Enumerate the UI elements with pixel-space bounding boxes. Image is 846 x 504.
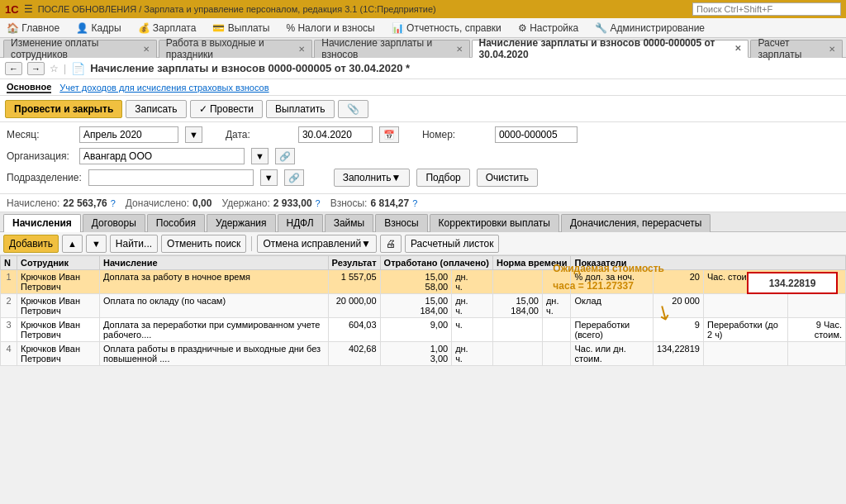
post-button[interactable]: ✓ Провести	[190, 100, 263, 118]
subnav-tab-main[interactable]: Основное	[7, 82, 51, 93]
inner-tab-ndfl[interactable]: НДФЛ	[278, 214, 323, 232]
cell-ind1: Оклад	[571, 294, 653, 318]
additional-value: 0,00	[192, 197, 212, 209]
menu-item-salary[interactable]: 💰 Зарплата	[135, 21, 200, 36]
menu-item-reports[interactable]: 📊 Отчетность, справки	[388, 21, 505, 36]
col-employee: Сотрудник	[17, 256, 100, 270]
inner-tab-recalc[interactable]: Доначисления, перерасчеты	[561, 214, 711, 232]
col-result: Результат	[328, 256, 380, 270]
cell-ind3	[703, 342, 787, 366]
cell-employee: Крючков ИванПетрович	[17, 318, 100, 342]
cell-ind4	[787, 342, 845, 366]
staff-icon: 👤	[76, 22, 88, 34]
pay-button[interactable]: Выплатить	[266, 100, 335, 118]
subnav-link-income[interactable]: Учет доходов для исчисления страховых вз…	[59, 83, 269, 93]
month-picker-btn[interactable]: ▼	[185, 126, 202, 143]
tab-accrual-doc[interactable]: Начисление зарплаты и взносов 0000-00000…	[472, 40, 749, 58]
table-container[interactable]: N Сотрудник Начисление Результат Отработ…	[0, 255, 846, 366]
table-row[interactable]: 1 Крючков ИванПетрович Доплата за работу…	[1, 270, 846, 294]
app-logo: 1C	[5, 3, 19, 16]
corrections-button[interactable]: Отмена исправлений▼	[257, 235, 377, 253]
titlebar-title: ПОСЛЕ ОБНОВЛЕНИЯ / Зарплата и управление…	[38, 4, 436, 14]
month-label: Месяц:	[7, 129, 73, 140]
fill-button[interactable]: Заполнить▼	[334, 169, 411, 187]
forward-button[interactable]: →	[27, 62, 45, 75]
tab-close-icon[interactable]: ✕	[734, 44, 741, 53]
accrued-value: 22 563,76	[63, 197, 107, 209]
division-input[interactable]	[88, 169, 254, 186]
add-button[interactable]: Добавить	[3, 235, 59, 253]
tab-holidays[interactable]: Работа в выходные и праздники ✕	[159, 40, 312, 58]
table-row[interactable]: 4 Крючков ИванПетрович Оплата работы в п…	[1, 342, 846, 366]
menu-item-admin[interactable]: 🔧 Администрирование	[592, 21, 708, 36]
division-link-btn[interactable]: 🔗	[284, 169, 304, 186]
table-section: N Сотрудник Начисление Результат Отработ…	[0, 255, 846, 366]
contributions-label: Взносы:	[330, 197, 368, 209]
payslip-button[interactable]: Расчетный листок	[405, 235, 499, 253]
month-input[interactable]	[79, 126, 178, 143]
cell-norm-val: 15,00184,00	[492, 294, 542, 318]
date-input[interactable]	[298, 126, 373, 143]
inner-tab-benefits[interactable]: Пособия	[147, 214, 205, 232]
search-input[interactable]	[692, 2, 841, 16]
tab-close-icon[interactable]: ✕	[143, 45, 150, 54]
separator	[251, 236, 252, 251]
inner-tab-corrections[interactable]: Корректировки выплаты	[430, 214, 559, 232]
table-row[interactable]: 2 Крючков ИванПетрович Оплата по окладу …	[1, 294, 846, 318]
table-toolbar: Добавить ▲ ▼ Найти... Отменить поиск Отм…	[0, 232, 846, 255]
withheld-question[interactable]: ?	[316, 198, 321, 208]
cell-n: 2	[1, 294, 17, 318]
tab-change-pay[interactable]: Изменение оплаты сотрудников ✕	[3, 40, 157, 58]
cell-ind3: Переработки (до 2 ч)	[703, 318, 787, 342]
contributions-question[interactable]: ?	[412, 198, 417, 208]
tab-close-icon[interactable]: ✕	[456, 45, 463, 54]
print-button[interactable]: 🖨	[380, 235, 402, 253]
tab-close-icon[interactable]: ✕	[298, 45, 305, 54]
save-button[interactable]: Записать	[126, 100, 186, 118]
cancel-find-button[interactable]: Отменить поиск	[161, 235, 246, 253]
table-row[interactable]: 3 Крючков ИванПетрович Доплата за перера…	[1, 318, 846, 342]
app-menu-icon[interactable]: ☰	[24, 3, 33, 15]
menu-item-staff[interactable]: 👤 Кадры	[73, 21, 124, 36]
inner-tab-contributions[interactable]: Взносы	[375, 214, 427, 232]
date-picker-btn[interactable]: 📅	[379, 126, 399, 143]
admin-icon: 🔧	[595, 22, 607, 34]
move-up-button[interactable]: ▲	[62, 235, 83, 253]
menu-item-settings[interactable]: ⚙ Настройка	[515, 21, 582, 36]
inner-tab-contracts[interactable]: Договоры	[83, 214, 145, 232]
cell-worked-unit: дн.ч.	[452, 270, 493, 294]
tab-calc[interactable]: Расчет зарплаты ✕	[750, 40, 843, 58]
inner-tab-deductions[interactable]: Удержания	[207, 214, 276, 232]
cell-ind4: 9 Час. стоим.	[787, 318, 845, 342]
bookmark-icon[interactable]: ☆	[50, 63, 59, 74]
menu-item-home[interactable]: 🏠 Главное	[3, 21, 63, 36]
clear-button[interactable]: Очистить	[477, 169, 538, 187]
inner-tab-accruals[interactable]: Начисления	[3, 214, 81, 232]
number-input[interactable]	[495, 126, 577, 143]
withheld-value: 2 933,00	[273, 197, 312, 209]
menu-item-taxes[interactable]: % Налоги и взносы	[283, 21, 378, 36]
accrued-question[interactable]: ?	[111, 198, 116, 208]
cell-norm-unit	[542, 342, 571, 366]
cell-employee: Крючков ИванПетрович	[17, 270, 100, 294]
org-select-btn[interactable]: ▼	[251, 148, 269, 164]
org-link-btn[interactable]: 🔗	[275, 148, 295, 164]
move-down-button[interactable]: ▼	[86, 235, 107, 253]
tab-strip: Изменение оплаты сотрудников ✕ Работа в …	[0, 38, 846, 58]
attach-button[interactable]: 📎	[338, 100, 368, 118]
save-close-button[interactable]: Провести и закрыть	[5, 100, 122, 118]
back-button[interactable]: ←	[5, 62, 22, 75]
select-button[interactable]: Подбор	[416, 169, 469, 187]
find-button[interactable]: Найти...	[110, 235, 158, 253]
inner-tab-loans[interactable]: Займы	[325, 214, 374, 232]
number-label: Номер:	[422, 129, 488, 140]
additional-label: Доначислено:	[126, 197, 189, 209]
tab-accrual[interactable]: Начисление зарплаты и взносов ✕	[314, 40, 469, 58]
menu-item-payouts[interactable]: 💳 Выплаты	[209, 21, 273, 36]
division-select-btn[interactable]: ▼	[260, 169, 278, 186]
cell-ind4	[787, 294, 845, 318]
cell-employee: Крючков ИванПетрович	[17, 342, 100, 366]
cell-ind3	[703, 294, 787, 318]
org-input[interactable]	[79, 148, 245, 164]
tab-close-icon[interactable]: ✕	[829, 45, 835, 54]
